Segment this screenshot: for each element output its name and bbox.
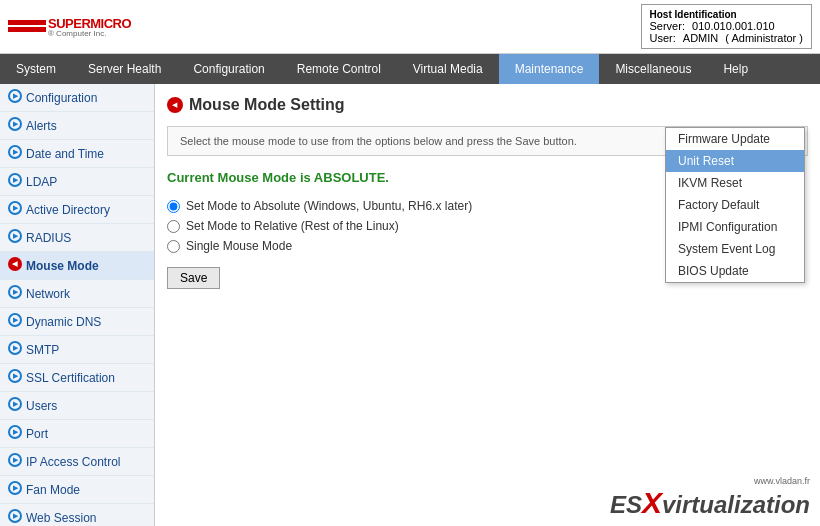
- dropdown-item-unit-reset[interactable]: Unit Reset: [666, 150, 804, 172]
- user-label: User:: [650, 32, 676, 44]
- sidebar-item-label: Active Directory: [26, 203, 110, 217]
- sidebar-icon: [8, 425, 22, 442]
- sidebar-icon: [8, 369, 22, 386]
- nav-item-maintenance[interactable]: Maintenance: [499, 54, 600, 84]
- sidebar-item-port[interactable]: Port: [0, 420, 154, 448]
- page-title: Mouse Mode Setting: [189, 96, 345, 114]
- sidebar-item-label: LDAP: [26, 175, 57, 189]
- watermark: www.vladan.fr ESXvirtualization: [610, 476, 810, 520]
- radio-input-single[interactable]: [167, 240, 180, 253]
- sidebar-icon: [8, 341, 22, 358]
- sidebar-item-label: Mouse Mode: [26, 259, 99, 273]
- sidebar-icon: [8, 145, 22, 162]
- server-label: Server:: [650, 20, 685, 32]
- sidebar-icon: [8, 117, 22, 134]
- host-identification-title: Host Identification: [650, 9, 804, 20]
- dropdown-item-system-event-log[interactable]: System Event Log: [666, 238, 804, 260]
- brand-x: X: [642, 486, 662, 519]
- nav-item-server-health[interactable]: Server Health: [72, 54, 177, 84]
- save-button[interactable]: Save: [167, 267, 220, 289]
- navigation-bar: SystemServer HealthConfigurationRemote C…: [0, 54, 820, 84]
- sidebar-item-label: Configuration: [26, 91, 97, 105]
- server-value: 010.010.001.010: [692, 20, 775, 32]
- sidebar-item-radius[interactable]: RADIUS: [0, 224, 154, 252]
- sidebar-item-date-and-time[interactable]: Date and Time: [0, 140, 154, 168]
- sidebar-item-configuration[interactable]: Configuration: [0, 84, 154, 112]
- nav-item-virtual-media[interactable]: Virtual Media: [397, 54, 499, 84]
- sidebar-icon: [8, 285, 22, 302]
- logo: SUPERMICRO ® Computer Inc.: [8, 12, 131, 42]
- sidebar-icon: [8, 257, 22, 274]
- instruction-text: Select the mouse mode to use from the op…: [180, 135, 577, 147]
- sidebar-item-users[interactable]: Users: [0, 392, 154, 420]
- sidebar-item-label: Date and Time: [26, 147, 104, 161]
- sidebar-icon: [8, 313, 22, 330]
- sidebar-icon: [8, 397, 22, 414]
- sidebar-item-dynamic-dns[interactable]: Dynamic DNS: [0, 308, 154, 336]
- sidebar-item-label: RADIUS: [26, 231, 71, 245]
- sidebar-item-label: Dynamic DNS: [26, 315, 101, 329]
- sidebar: ConfigurationAlertsDate and TimeLDAPActi…: [0, 84, 155, 526]
- nav-item-configuration[interactable]: Configuration: [177, 54, 280, 84]
- radio-input-relative[interactable]: [167, 220, 180, 233]
- dropdown-item-factory-default[interactable]: Factory Default: [666, 194, 804, 216]
- user-role: ( Administrator ): [725, 32, 803, 44]
- brand-pre: ES: [610, 491, 642, 518]
- page-title-area: Mouse Mode Setting: [167, 96, 808, 114]
- sidebar-item-label: Alerts: [26, 119, 57, 133]
- sidebar-item-ldap[interactable]: LDAP: [0, 168, 154, 196]
- dropdown-item-bios-update[interactable]: BIOS Update: [666, 260, 804, 282]
- dropdown-item-ipmi-configuration[interactable]: IPMI Configuration: [666, 216, 804, 238]
- sidebar-item-label: Fan Mode: [26, 483, 80, 497]
- sidebar-icon: [8, 509, 22, 526]
- sidebar-item-network[interactable]: Network: [0, 280, 154, 308]
- sidebar-item-alerts[interactable]: Alerts: [0, 112, 154, 140]
- sidebar-item-web-session[interactable]: Web Session: [0, 504, 154, 526]
- watermark-brand: ESXvirtualization: [610, 486, 810, 520]
- sidebar-icon: [8, 89, 22, 106]
- radio-label-relative: Set Mode to Relative (Rest of the Linux): [186, 219, 399, 233]
- watermark-site: www.vladan.fr: [610, 476, 810, 486]
- main-content: Mouse Mode Setting Select the mouse mode…: [155, 84, 820, 526]
- sidebar-item-fan-mode[interactable]: Fan Mode: [0, 476, 154, 504]
- sidebar-item-label: IP Access Control: [26, 455, 121, 469]
- radio-input-absolute[interactable]: [167, 200, 180, 213]
- sidebar-item-label: Network: [26, 287, 70, 301]
- header: SUPERMICRO ® Computer Inc. Host Identifi…: [0, 0, 820, 54]
- nav-item-miscellaneous[interactable]: Miscellaneous: [599, 54, 707, 84]
- radio-label-absolute: Set Mode to Absolute (Windows, Ubuntu, R…: [186, 199, 472, 213]
- host-server-row: Server: 010.010.001.010: [650, 20, 804, 32]
- sidebar-item-ssl-certification[interactable]: SSL Certification: [0, 364, 154, 392]
- content-area: ConfigurationAlertsDate and TimeLDAPActi…: [0, 84, 820, 526]
- host-identification: Host Identification Server: 010.010.001.…: [641, 4, 813, 49]
- sidebar-item-label: SMTP: [26, 343, 59, 357]
- sidebar-item-ip-access-control[interactable]: IP Access Control: [0, 448, 154, 476]
- nav-item-help[interactable]: Help: [707, 54, 764, 84]
- nav-item-remote-control[interactable]: Remote Control: [281, 54, 397, 84]
- brand-post: virtualization: [662, 491, 810, 518]
- sidebar-item-label: Port: [26, 427, 48, 441]
- dropdown-item-ikvm-reset[interactable]: IKVM Reset: [666, 172, 804, 194]
- dropdown-item-firmware-update[interactable]: Firmware Update: [666, 128, 804, 150]
- sidebar-icon: [8, 201, 22, 218]
- sidebar-item-label: Web Session: [26, 511, 96, 525]
- sidebar-item-smtp[interactable]: SMTP: [0, 336, 154, 364]
- logo-icon: [8, 12, 48, 42]
- sidebar-item-label: Users: [26, 399, 57, 413]
- sidebar-item-mouse-mode[interactable]: Mouse Mode: [0, 252, 154, 280]
- maintenance-dropdown: Firmware UpdateUnit ResetIKVM ResetFacto…: [665, 127, 805, 283]
- nav-item-system[interactable]: System: [0, 54, 72, 84]
- sidebar-item-label: SSL Certification: [26, 371, 115, 385]
- user-value: ADMIN: [683, 32, 718, 44]
- sidebar-icon: [8, 229, 22, 246]
- radio-label-single: Single Mouse Mode: [186, 239, 292, 253]
- host-user-row: User: ADMIN ( Administrator ): [650, 32, 804, 44]
- sidebar-icon: [8, 173, 22, 190]
- sidebar-icon: [8, 481, 22, 498]
- sidebar-icon: [8, 453, 22, 470]
- sidebar-item-active-directory[interactable]: Active Directory: [0, 196, 154, 224]
- page-title-icon: [167, 97, 183, 113]
